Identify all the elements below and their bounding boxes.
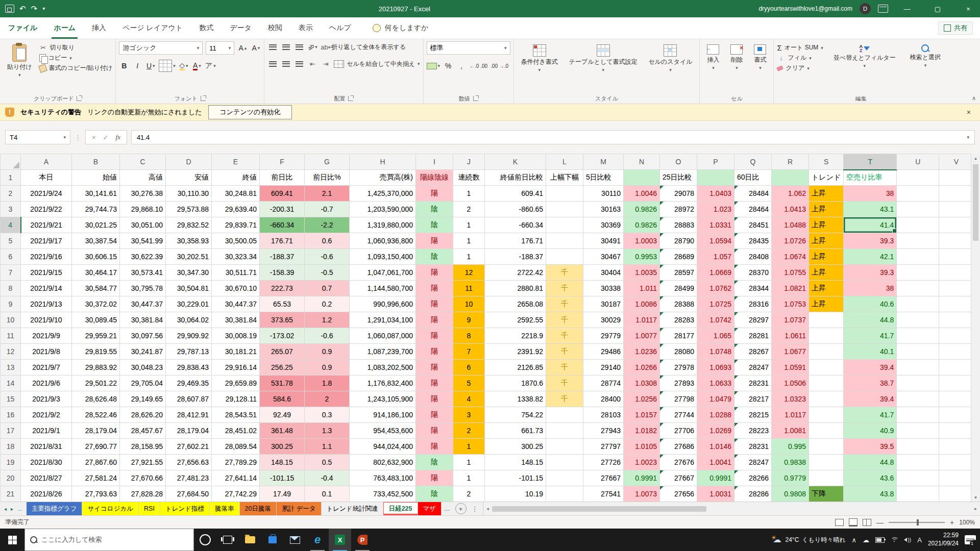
cell-J2[interactable]: 1: [453, 186, 485, 202]
cell-U3[interactable]: [897, 202, 939, 217]
cell-M14[interactable]: 28774: [583, 375, 624, 391]
cell-B15[interactable]: 28,626.48: [72, 391, 120, 407]
cell-G6[interactable]: -0.6: [305, 249, 350, 265]
scroll-up-icon[interactable]: ▴: [971, 154, 980, 162]
cell-P17[interactable]: 1.0269: [697, 423, 734, 439]
cell-B20[interactable]: 27,581.24: [72, 470, 120, 486]
sheet-overflow-right[interactable]: …: [442, 502, 452, 515]
task-view-button[interactable]: [216, 529, 239, 551]
cell-S20[interactable]: [809, 470, 844, 486]
cell-S3[interactable]: 上昇: [809, 202, 844, 217]
cell-F9[interactable]: 65.53: [260, 296, 305, 312]
cell-C1[interactable]: 高値: [120, 170, 166, 186]
cell-E7[interactable]: 30,511.71: [212, 265, 260, 281]
cell-N11[interactable]: 1.0077: [624, 328, 660, 344]
scroll-right-icon[interactable]: ▸: [971, 506, 980, 511]
cell-B11[interactable]: 29,959.21: [72, 328, 120, 344]
cell-F18[interactable]: 300.25: [260, 439, 305, 455]
cell-F15[interactable]: 584.6: [260, 391, 305, 407]
clear-button[interactable]: クリア▾: [777, 64, 823, 72]
cell-F8[interactable]: 222.73: [260, 281, 305, 296]
tab-review[interactable]: 校閲: [260, 17, 290, 39]
row-header-2[interactable]: 2: [1, 186, 21, 202]
cell-V17[interactable]: [939, 423, 973, 439]
cell-L11[interactable]: 千: [546, 328, 583, 344]
cell-L10[interactable]: 千: [546, 312, 583, 328]
cell-Q5[interactable]: 28435: [734, 233, 772, 249]
cell-Q6[interactable]: 28408: [734, 249, 772, 265]
cell-J8[interactable]: 11: [453, 281, 485, 296]
sheet-tab-累計 データ[interactable]: 累計 データ: [277, 502, 322, 515]
cell-O13[interactable]: 27978: [660, 360, 697, 375]
cell-U6[interactable]: [897, 249, 939, 265]
cell-H7[interactable]: 1,047,061,700: [350, 265, 416, 281]
cell-E17[interactable]: 28,451.02: [212, 423, 260, 439]
cell-A19[interactable]: 2021/8/30: [21, 455, 72, 470]
cell-S14[interactable]: [809, 375, 844, 391]
cell-I18[interactable]: 陽: [416, 439, 453, 455]
sheet-tab-日経225[interactable]: 日経225: [384, 502, 418, 515]
zoom-level[interactable]: 100%: [959, 519, 975, 526]
clipboard-dialog-launcher[interactable]: [77, 96, 82, 101]
cell-G1[interactable]: 前日比%: [305, 170, 350, 186]
cell-C21[interactable]: 27,828.28: [120, 486, 166, 502]
column-header-H[interactable]: H: [350, 154, 416, 170]
increase-indent-button[interactable]: ⇥: [321, 58, 331, 69]
cell-R9[interactable]: 1.0753: [772, 296, 809, 312]
cell-U8[interactable]: [897, 281, 939, 296]
cell-Q10[interactable]: 28297: [734, 312, 772, 328]
cell-U19[interactable]: [897, 455, 939, 470]
cell-M20[interactable]: 27667: [583, 470, 624, 486]
cell-M21[interactable]: 27541: [583, 486, 624, 502]
cell-S1[interactable]: トレンド: [809, 170, 844, 186]
column-header-S[interactable]: S: [809, 154, 844, 170]
cell-E14[interactable]: 29,659.89: [212, 375, 260, 391]
cell-S7[interactable]: 上昇: [809, 265, 844, 281]
cell-U18[interactable]: [897, 439, 939, 455]
cell-B9[interactable]: 30,372.02: [72, 296, 120, 312]
cell-H10[interactable]: 1,291,034,100: [350, 312, 416, 328]
currency-format-button[interactable]: ▾: [427, 60, 440, 71]
cell-P16[interactable]: 1.0288: [697, 407, 734, 423]
cell-H9[interactable]: 990,996,600: [350, 296, 416, 312]
cell-N12[interactable]: 1.0236: [624, 344, 660, 360]
cell-F11[interactable]: -173.02: [260, 328, 305, 344]
cell-O12[interactable]: 28080: [660, 344, 697, 360]
cell-Q15[interactable]: 28217: [734, 391, 772, 407]
cell-V14[interactable]: [939, 375, 973, 391]
page-break-view-icon[interactable]: [863, 519, 871, 526]
cut-button[interactable]: ✂切り取り: [39, 43, 113, 52]
format-cells-button[interactable]: 書式▾: [750, 41, 770, 74]
cell-K9[interactable]: 2658.08: [485, 296, 546, 312]
cell-R7[interactable]: 1.0755: [772, 265, 809, 281]
worksheet-grid[interactable]: ABCDEFGHIJKLMNOPQRSTUV1本日始値高値安値終値前日比前日比%…: [0, 154, 980, 502]
cell-D19[interactable]: 27,656.63: [166, 455, 212, 470]
cell-K10[interactable]: 2592.55: [485, 312, 546, 328]
cell-D1[interactable]: 安値: [166, 170, 212, 186]
cell-N4[interactable]: 0.9826: [624, 217, 660, 233]
bold-button[interactable]: B: [119, 60, 129, 71]
close-button[interactable]: ×: [957, 0, 980, 17]
cell-Q21[interactable]: 28286: [734, 486, 772, 502]
borders-button[interactable]: ▾: [159, 60, 176, 71]
cell-O14[interactable]: 27893: [660, 375, 697, 391]
cell-K20[interactable]: -101.15: [485, 470, 546, 486]
cell-A12[interactable]: 2021/9/8: [21, 344, 72, 360]
column-header-L[interactable]: L: [546, 154, 583, 170]
cell-S18[interactable]: [809, 439, 844, 455]
cell-F17[interactable]: 361.48: [260, 423, 305, 439]
cell-J9[interactable]: 10: [453, 296, 485, 312]
cell-H14[interactable]: 1,176,832,400: [350, 375, 416, 391]
cell-V6[interactable]: [939, 249, 973, 265]
cell-E16[interactable]: 28,543.51: [212, 407, 260, 423]
cell-L21[interactable]: [546, 486, 583, 502]
column-header-P[interactable]: P: [697, 154, 734, 170]
cell-O8[interactable]: 28499: [660, 281, 697, 296]
cell-N7[interactable]: 1.0035: [624, 265, 660, 281]
cell-L9[interactable]: 千: [546, 296, 583, 312]
cell-P4[interactable]: 1.0331: [697, 217, 734, 233]
row-header-14[interactable]: 14: [1, 375, 21, 391]
sheet-tab-騰落率[interactable]: 騰落率: [210, 502, 240, 515]
column-header-N[interactable]: N: [624, 154, 660, 170]
cell-S10[interactable]: [809, 312, 844, 328]
